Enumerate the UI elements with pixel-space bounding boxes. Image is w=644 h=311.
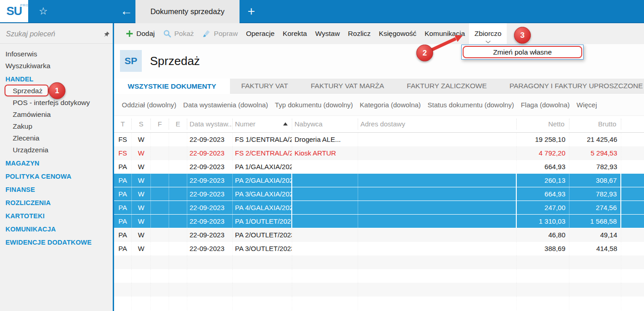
cell-numer: PA 3/OUTLET/2023 [233,242,292,256]
table-row[interactable]: PAW22-09-2023PA 2/GALAXIA/2023260,13308,… [114,174,644,187]
tab-wszystkie-dokumenty[interactable]: WSZYSTKIE DOKUMENTY [114,79,230,94]
filter-wiecej[interactable]: Więcej [577,101,597,109]
column-header-s[interactable]: S [132,119,151,130]
column-header-brutto[interactable]: Brutto [569,119,621,130]
toolbar-label: Korekta [283,30,307,38]
pin-icon[interactable] [100,27,113,41]
toolbar-label: Zbiorczo [474,30,501,38]
cell-t: PA [114,174,132,187]
new-tab-plus-icon[interactable]: + [241,0,262,22]
sidebar-item-ewidencje-dodatkowe[interactable]: EWIDENCJE DODATKOWE [0,236,113,248]
toolbar-dodaj[interactable]: Dodaj [122,23,159,44]
column-header-blank[interactable] [621,119,644,130]
app-logo-text: SUPRO [6,4,22,18]
column-header-numer[interactable]: Numer [233,119,292,130]
table-row[interactable]: PAW22-09-2023PA 4/GALAXIA/2023247,00274,… [114,201,644,215]
cell-date [187,283,233,296]
sidebar: InfoserwisWyszukiwarkaHANDELSprzedażPOS … [0,23,114,311]
toolbar-wystaw[interactable]: Wystaw [311,23,344,44]
column-header-adres-dostawy[interactable]: Adres dostawy [358,119,517,130]
filter-kategoria-dowolna[interactable]: Kategoria (dowolna) [360,101,421,109]
sidebar-item-wyszukiwarka[interactable]: Wyszukiwarka [0,60,113,72]
sidebar-item-zlecenia[interactable]: Zlecenia [0,132,113,144]
chevron-down-icon [485,40,491,44]
toolbar-rozlicz[interactable]: Rozlicz [344,23,375,44]
cell-date: 22-09-2023 [187,146,233,160]
table-row[interactable]: PAW22-09-2023PA 1/OUTLET/20231 310,031 5… [114,215,644,228]
cell-s: W [132,215,151,228]
sidebar-item-urzadzenia[interactable]: Urządzenia [0,144,113,156]
cell-t [114,296,132,310]
cell-netto: 1 310,03 [517,215,569,228]
sidebar-item-rozliczenia[interactable]: ROZLICZENIA [0,197,113,209]
cell-end [621,256,644,269]
cell-e [169,160,187,174]
filter-oddzial-dowolny[interactable]: Oddział (dowolny) [122,101,176,109]
cell-netto: 4 792,20 [517,146,569,160]
tab-faktury-vat[interactable]: FAKTURY VAT [230,79,300,93]
cell-netto: 260,13 [517,174,569,187]
tab-faktury-zaliczkowe[interactable]: FAKTURY ZALICZKOWE [395,79,498,93]
cell-adres [358,146,517,160]
tab-faktury-vat-marza[interactable]: FAKTURY VAT MARŻA [300,79,395,93]
cell-nabywca [292,242,358,256]
sidebar-item-infoserwis[interactable]: Infoserwis [0,48,113,60]
toolbar-pokaz[interactable]: Pokaż [159,23,198,44]
cell-e [169,283,187,296]
sidebar-item-magazyn[interactable]: MAGAZYN [0,157,113,169]
table-row[interactable]: FSW22-09-2023FS 2/CENTRALA/2...Kiosk ART… [114,146,644,160]
toolbar-popraw[interactable]: Popraw [198,23,242,44]
cell-brutto [569,269,621,283]
sidebar-item-polityka-cenowa[interactable]: POLITYKA CENOWA [0,171,113,182]
toolbar-operacje[interactable]: Operacje [242,23,279,44]
cell-netto: 46,80 [517,228,569,242]
toolbar-label: Popraw [214,30,238,38]
column-header-f[interactable]: F [151,119,169,130]
column-header-data-wystaw[interactable]: Data wystaw... [187,119,233,130]
command-search-input[interactable] [0,30,100,38]
sidebar-item-zamowienia[interactable]: Zamówienia [0,109,113,120]
cell-adres [358,242,517,256]
sidebar-item-finanse[interactable]: FINANSE [0,184,113,196]
cell-date [187,256,233,269]
cell-adres [358,201,517,214]
toolbar-korekta[interactable]: Korekta [279,23,311,44]
filter-flaga-dowolna[interactable]: Flaga (dowolna) [521,101,570,109]
sidebar-item-zakup[interactable]: Zakup [0,120,113,132]
cell-f [151,215,169,228]
cell-date: 22-09-2023 [187,242,233,256]
cell-t: PA [114,242,132,256]
cell-t: PA [114,215,132,228]
cell-netto [517,269,569,283]
filter-data-wystawienia-dowolna[interactable]: Data wystawienia (dowolna) [183,101,268,109]
table-row[interactable]: PAW22-09-2023PA 3/OUTLET/2023388,69414,5… [114,242,644,256]
open-module-tab[interactable]: Dokumenty sprzedaży [135,0,240,23]
cell-f [151,133,169,146]
column-header-t[interactable]: T [114,119,132,130]
favorites-star-icon[interactable]: ☆ [34,0,53,22]
toolbar-zbiorczo[interactable]: Zbiorczo [469,23,507,44]
table-row[interactable]: PAW22-09-2023PA 2/OUTLET/202346,8049,14 [114,228,644,242]
sidebar-item-kartoteki[interactable]: KARTOTEKI [0,210,113,222]
cell-date: 22-09-2023 [187,160,233,174]
column-header-e[interactable]: E [169,119,187,130]
cell-netto: 664,93 [517,160,569,174]
cell-t [114,269,132,283]
column-header-label: Numer [233,120,255,128]
table-row[interactable]: PAW22-09-2023PA 3/GALAXIA/2023664,93782,… [114,187,644,201]
table-empty-row [114,256,644,269]
tab-paragony-i-faktury-uproszczone[interactable]: PARAGONY I FAKTURY UPROSZCZONE [498,79,644,93]
column-header-netto[interactable]: Netto [517,119,569,130]
table-row[interactable]: FSW22-09-2023FS 1/CENTRALA/2...Drogeria … [114,133,644,146]
column-header-nabywca[interactable]: Nabywca [292,119,358,130]
column-header-label: F [158,120,162,128]
back-arrow-icon[interactable]: ← [117,0,135,22]
sidebar-nav: InfoserwisWyszukiwarkaHANDELSprzedażPOS … [0,48,113,248]
filter-status-dokumentu-dowolny[interactable]: Status dokumentu (dowolny) [428,101,514,109]
cell-f [151,160,169,174]
filter-typ-dokumentu-dowolny[interactable]: Typ dokumentu (dowolny) [275,101,353,109]
menu-item-zmien-pola-wlasne[interactable]: Zmień pola własne [493,48,552,56]
sidebar-item-komunikacja[interactable]: KOMUNIKACJA [0,223,113,235]
table-row[interactable]: PAW22-09-2023PA 1/GALAXIA/2023664,93782,… [114,160,644,174]
cell-t: FS [114,133,132,146]
